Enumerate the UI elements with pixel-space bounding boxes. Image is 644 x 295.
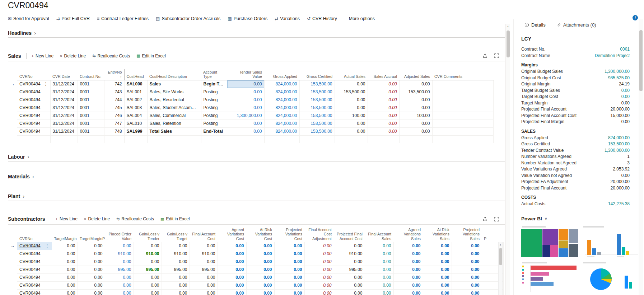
cell[interactable]: CVR00494 [17,282,52,290]
cell[interactable]: 0.00 [274,290,304,295]
cell[interactable]: 0.00 [393,250,423,258]
purchase-orders-button[interactable]: ▦Purchase Orders [228,16,267,21]
table-row[interactable]: CVR004940.000.00910.00910.00910.00910.00… [8,250,503,258]
column-header[interactable]: Gain/Loss v Tender [134,227,162,242]
cell[interactable]: 0.00 [246,290,274,295]
cell[interactable] [432,135,493,143]
cell[interactable]: 0.00 [52,266,78,274]
cell[interactable]: CVR00494 [17,258,52,266]
cell[interactable]: 0.00 [335,96,368,104]
cell[interactable]: 0.00 [162,282,190,290]
cell[interactable]: 0.00 [227,80,264,88]
reallocate-costs-button[interactable]: ⇆Reallocate Costs [92,53,130,58]
row-selector[interactable] [8,135,17,143]
cell[interactable] [147,135,201,143]
row-selector[interactable] [8,120,17,127]
cell[interactable]: 0.00 [452,242,482,250]
cell[interactable] [432,127,493,135]
cell[interactable]: Posting [201,104,227,112]
cell[interactable]: 745 [104,104,124,112]
cell[interactable]: 0.00 [52,274,78,282]
scroll-up-icon[interactable]: ▲ [506,24,510,29]
row-selector[interactable] [8,112,17,120]
cell[interactable]: 0.00 [105,274,134,282]
cell[interactable]: SAL004 [124,112,147,120]
cell[interactable]: 0.00 [393,274,423,282]
edit-in-excel-button[interactable]: ▦Edit in Excel [136,53,165,58]
cell[interactable]: 153,500.00 [399,88,432,96]
reallocate-costs-button[interactable]: ⇆Reallocate Costs [116,216,154,221]
factbox-field-value[interactable]: 1,300,000.00 [605,148,630,154]
column-header[interactable]: Account Type [201,69,227,80]
contract-ledger-entries-button[interactable]: ≡Contract Ledger Entries [97,16,149,21]
cell[interactable]: 0.00 [335,127,368,135]
cell[interactable]: 31/12/2024 [50,96,78,104]
cell[interactable] [227,135,264,143]
row-selector[interactable] [8,127,17,135]
cell[interactable]: 0.00 [105,290,134,295]
cell[interactable]: 1,300,000.00 [227,112,264,120]
cell[interactable]: 0.00 [78,266,105,274]
cell[interactable]: 0.00 [78,282,105,290]
cell[interactable]: 0.00 [335,80,368,88]
table-row[interactable]: CVR004940.000.000.000.000.000.000.000.00… [8,290,503,295]
factbox-field-value[interactable]: Demolition Project [595,53,630,59]
table-row[interactable]: CVR0049431/12/20240001745SAL003Sales, St… [8,104,493,112]
cell[interactable]: 153,500.00 [335,88,368,96]
factbox-field-value[interactable]: 0.00 [621,88,630,94]
column-header[interactable]: Projected Variations Sales [452,227,482,242]
cell[interactable]: 31/12/2024 [50,88,78,96]
cell[interactable] [201,135,227,143]
cell[interactable]: 0.00 [246,282,274,290]
row-selector[interactable] [8,258,17,266]
column-header[interactable]: Final Account Cost Adjustment [304,227,334,242]
cell[interactable]: CVR00494 [17,120,50,127]
powerbi-pie-chart[interactable] [582,261,638,294]
cell[interactable] [104,135,124,143]
cell[interactable]: 910.00 [190,250,218,258]
section-headlines[interactable]: Headlines › [8,30,505,38]
cell[interactable]: 0.00 [78,274,105,282]
column-header[interactable]: Projected Final Account Cost [334,227,365,242]
cell[interactable]: 0.00 [368,96,399,104]
row-selector[interactable] [8,104,17,112]
cell[interactable]: 0001 [78,104,104,112]
cell[interactable]: 995.00 [334,266,365,274]
cell[interactable]: 0001 [78,120,104,127]
column-header[interactable]: Final Account Sales [365,227,393,242]
cell[interactable]: 0.00 [393,242,423,250]
column-header[interactable]: CVR Date [50,69,78,80]
tab-details[interactable]: Details [524,22,546,28]
cell[interactable]: 0.00 [78,290,105,295]
cell[interactable]: CVR00494 [17,290,52,295]
cell[interactable]: 0.00 [423,282,452,290]
edit-in-excel-button[interactable]: ▦Edit in Excel [160,216,190,221]
cell[interactable]: 0.00 [399,104,432,112]
column-header[interactable]: CVRNo [17,69,50,80]
cell[interactable]: 0.00 [304,282,334,290]
cell[interactable]: Sales, Retention [147,120,201,127]
cell[interactable]: 0.00 [304,242,334,250]
cell[interactable] [17,135,50,143]
cell[interactable]: 0.00 [399,120,432,127]
focus-mode-icon[interactable] [493,216,500,222]
cell[interactable]: 0.00 [78,242,105,250]
cell[interactable]: 0.00 [218,274,246,282]
column-header[interactable]: CostHead Description [147,69,201,80]
cell[interactable]: 910.00 [162,250,190,258]
cell[interactable]: 995.00 [134,266,162,274]
cell[interactable]: 0.00 [274,274,304,282]
column-header[interactable]: CostHead [124,69,147,80]
cell[interactable]: 0.00 [105,242,134,250]
cell[interactable]: 0.00 [190,290,218,295]
row-selector[interactable]: → [8,242,17,250]
table-row[interactable]: CVR004940.000.00995.00995.00995.00995.00… [8,266,503,274]
cell[interactable]: 0.00 [52,290,78,295]
cell[interactable]: 0.00 [52,250,78,258]
cell[interactable]: 0.00 [368,127,399,135]
column-header[interactable]: Tender Sales Value [227,69,264,80]
cell[interactable]: CVR00494 [17,104,50,112]
column-header[interactable]: CVRNo [17,227,52,242]
cell[interactable]: 0.00 [368,80,399,88]
row-selector[interactable] [8,274,17,282]
